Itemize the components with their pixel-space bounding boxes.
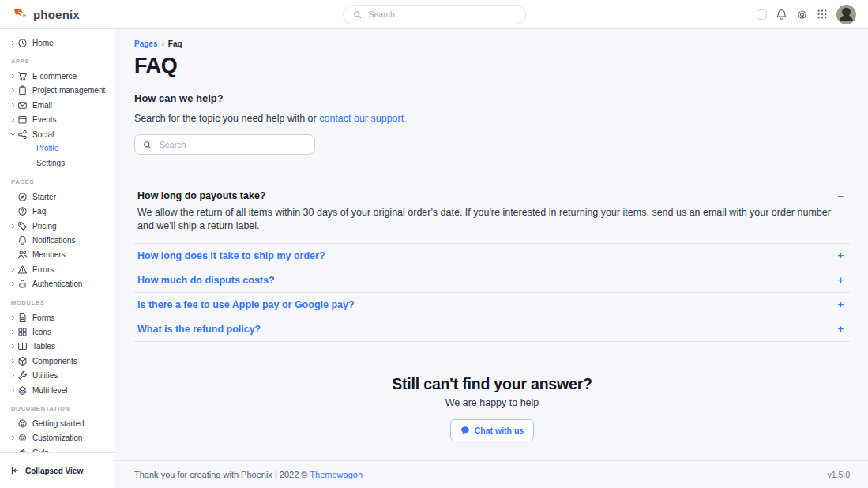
sidebar-item-utilities[interactable]: Utilities <box>0 368 115 382</box>
file-icon <box>17 313 28 323</box>
grid-icon <box>17 327 28 337</box>
faq-question[interactable]: Is there a fee to use Apple pay or Googl… <box>134 293 850 317</box>
top-search-input[interactable] <box>367 9 516 20</box>
search-icon <box>353 10 362 19</box>
sidebar-item-starter[interactable]: Starter <box>0 190 115 204</box>
gear-icon <box>17 433 28 443</box>
help-text-prefix: Search for the topic you need help with … <box>134 113 317 124</box>
caret-icon <box>10 388 17 393</box>
sidebar-item-multi-level[interactable]: Multi level <box>0 383 115 397</box>
expand-plus-icon[interactable]: + <box>837 275 844 285</box>
caret-icon <box>10 329 17 335</box>
search-icon <box>143 141 152 149</box>
faq-search <box>134 134 315 155</box>
cta-title: Still can't find your answer? <box>134 375 850 393</box>
box-icon <box>17 356 28 366</box>
caret-icon <box>10 88 17 93</box>
sidebar-item-events[interactable]: Events <box>0 113 115 127</box>
sidebar-item-e-commerce[interactable]: E commerce <box>0 69 115 83</box>
expand-plus-icon[interactable]: + <box>837 299 844 310</box>
sidebar-item-getting-started[interactable]: Getting started <box>0 416 115 430</box>
page-title: FAQ <box>134 54 850 78</box>
caret-icon <box>10 103 17 108</box>
expand-plus-icon[interactable]: + <box>837 250 844 261</box>
wrench-icon <box>17 370 28 381</box>
sidebar-item-customization[interactable]: Customization <box>0 431 115 445</box>
caret-icon <box>10 267 17 272</box>
faq-item[interactable]: Is there a fee to use Apple pay or Googl… <box>134 292 850 317</box>
clock-icon <box>17 38 28 48</box>
sidebar-item-pricing[interactable]: Pricing <box>0 219 115 233</box>
sidebar-item-home[interactable]: Home <box>0 36 115 50</box>
notifications-bell-icon[interactable] <box>776 9 787 21</box>
faq-answer: We allow the return of all items within … <box>134 205 850 243</box>
faq-question[interactable]: How long do payouts take?− <box>134 182 850 205</box>
breadcrumb-pages-link[interactable]: Pages <box>134 39 157 48</box>
cart-icon <box>17 71 28 81</box>
collapsed-view-label: Collapsed View <box>25 467 83 475</box>
sidebar-item-faq[interactable]: Faq <box>0 205 115 219</box>
faq-accordion: How long do payouts take?−We allow the r… <box>134 182 850 342</box>
help-heading: How can we help? <box>134 92 850 104</box>
brand-name: phoenix <box>33 8 80 21</box>
caret-icon <box>10 343 17 349</box>
sidebar-item-components[interactable]: Components <box>0 354 115 368</box>
expand-plus-icon[interactable]: + <box>837 324 844 334</box>
breadcrumb-current: Faq <box>168 39 182 48</box>
sidebar-item-members[interactable]: Members <box>0 248 115 262</box>
tag-icon <box>17 221 28 231</box>
lifering-icon <box>17 419 28 429</box>
sidebar-item-forms[interactable]: Forms <box>0 310 115 325</box>
caret-icon <box>10 40 17 46</box>
phoenix-logo-icon <box>12 6 28 23</box>
sidebar-item-notifications[interactable]: Notifications <box>0 233 115 247</box>
user-avatar[interactable] <box>836 5 856 24</box>
top-search <box>343 5 526 24</box>
faq-search-input[interactable] <box>158 139 306 150</box>
theme-toggle[interactable] <box>757 9 767 20</box>
sidebar-item-project-management[interactable]: Project management <box>0 84 115 98</box>
faq-question-text: How long do payouts take? <box>137 190 266 201</box>
footer-text: Thank you for creating with Phoenix | 20… <box>134 470 307 479</box>
sidebar-item-authentication[interactable]: Authentication <box>0 276 115 291</box>
faq-item[interactable]: How much do disputs costs?+ <box>134 268 850 292</box>
faq-question[interactable]: How much do disputs costs?+ <box>134 268 850 292</box>
contact-support-link[interactable]: contact our support <box>319 113 404 124</box>
footer-version: v1.5.0 <box>827 470 850 479</box>
sidebar-item-tables[interactable]: Tables <box>0 340 115 354</box>
faq-question[interactable]: How long does it take to ship my order?+ <box>134 244 850 268</box>
faq-item[interactable]: How long does it take to ship my order?+ <box>134 243 850 268</box>
sidebar-section-label: APPS <box>0 50 115 69</box>
caret-icon <box>10 373 17 378</box>
chat-button-label: Chat with us <box>475 426 524 435</box>
faq-item[interactable]: How long do payouts take?−We allow the r… <box>134 182 850 243</box>
layers-icon <box>17 385 28 396</box>
lock-icon <box>17 279 28 289</box>
footer-credit: Thank you for creating with Phoenix | 20… <box>134 470 363 479</box>
faq-question-text: What is the refund policy? <box>137 324 261 335</box>
faq-question[interactable]: What is the refund policy?+ <box>134 317 850 341</box>
chat-with-us-button[interactable]: Chat with us <box>450 419 534 441</box>
sidebar-subitem-settings[interactable]: Settings <box>0 156 115 171</box>
themewagon-link[interactable]: Themewagon <box>310 470 363 479</box>
cta-section: Still can't find your answer? We are hap… <box>134 375 850 441</box>
sidebar-item-social[interactable]: Social <box>0 127 115 141</box>
sidebar-item-email[interactable]: Email <box>0 98 115 112</box>
caret-icon <box>10 223 17 229</box>
settings-gear-icon[interactable] <box>796 9 808 21</box>
warning-icon <box>17 265 28 275</box>
sidebar-subitem-profile[interactable]: Profile <box>0 141 115 156</box>
bell-icon <box>17 235 28 246</box>
apps-grid-icon[interactable] <box>817 9 828 20</box>
caret-icon <box>10 73 17 79</box>
sidebar-item-icons[interactable]: Icons <box>0 325 115 339</box>
collapsed-view-button[interactable]: Collapsed View <box>10 466 83 475</box>
faq-item[interactable]: What is the refund policy?+ <box>134 317 850 341</box>
caret-icon <box>10 358 17 364</box>
sidebar-item-errors[interactable]: Errors <box>0 262 115 276</box>
breadcrumb: Pages › Faq <box>134 39 850 48</box>
collapse-minus-icon[interactable]: − <box>837 191 844 201</box>
sidebar-section-label: PAGES <box>0 171 115 190</box>
sidebar-footer: Collapsed View <box>0 452 115 488</box>
brand-logo[interactable]: phoenix <box>12 6 80 23</box>
